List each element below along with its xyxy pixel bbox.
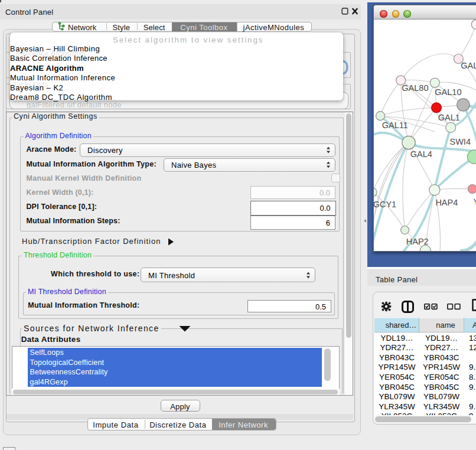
svg-text:HAP4: HAP4 bbox=[435, 198, 458, 207]
svg-text:GAL7: GAL7 bbox=[461, 61, 476, 70]
svg-text:YO: YO bbox=[474, 197, 476, 207]
svg-text:GAL10: GAL10 bbox=[435, 87, 461, 97]
svg-text:GAL4: GAL4 bbox=[410, 149, 432, 159]
svg-text:SWI4: SWI4 bbox=[450, 137, 471, 146]
svg-text:GCY1: GCY1 bbox=[374, 200, 396, 209]
svg-text:GAL80: GAL80 bbox=[402, 83, 428, 93]
svg-text:GAL11: GAL11 bbox=[382, 120, 408, 130]
svg-text:HAP2: HAP2 bbox=[406, 237, 429, 246]
svg-text:GAL1: GAL1 bbox=[438, 113, 460, 122]
